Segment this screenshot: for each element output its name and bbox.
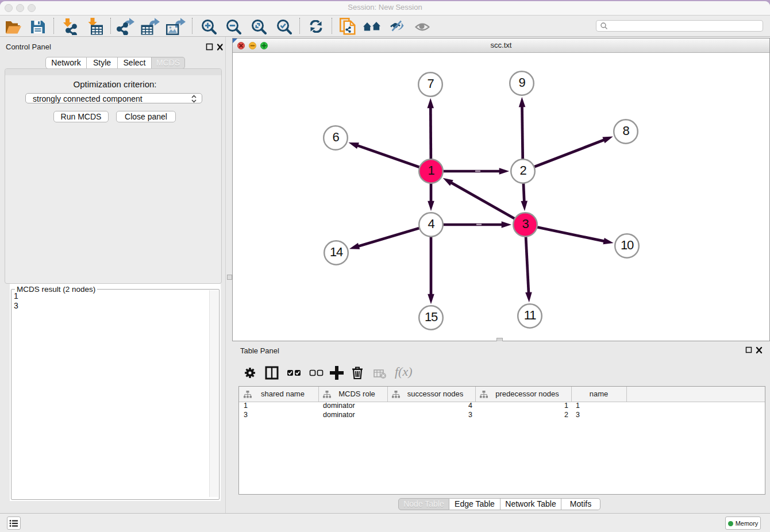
svg-text:10: 10: [621, 238, 634, 252]
svg-text:8: 8: [622, 124, 629, 138]
svg-text:9: 9: [518, 75, 525, 90]
svg-text:11: 11: [524, 308, 536, 322]
svg-text:4: 4: [428, 217, 434, 231]
svg-text:2: 2: [519, 163, 526, 178]
svg-text:6: 6: [332, 130, 339, 144]
svg-text:15: 15: [425, 310, 438, 324]
svg-text:1: 1: [428, 163, 434, 178]
svg-text:14: 14: [330, 245, 343, 259]
svg-text:7: 7: [427, 76, 434, 91]
svg-text:3: 3: [522, 217, 529, 231]
